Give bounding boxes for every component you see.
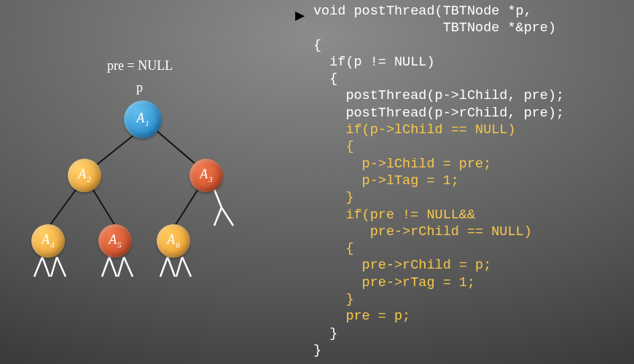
node-letter: A xyxy=(167,232,175,247)
svg-line-8 xyxy=(34,257,42,277)
node-sub: 3 xyxy=(208,175,213,183)
code-line: { xyxy=(313,71,337,87)
svg-line-7 xyxy=(222,207,233,226)
node-sub: 5 xyxy=(117,240,122,249)
svg-line-15 xyxy=(124,257,133,277)
slide-stage: ▶ xyxy=(0,0,634,364)
svg-line-19 xyxy=(182,257,191,277)
p-label: p xyxy=(136,80,143,95)
tree-node-a4: A4 xyxy=(31,224,65,258)
code-line-highlight: if(pre != NULL&& xyxy=(313,207,475,223)
code-line: void postThread(TBTNode *p, xyxy=(313,4,532,19)
code-line-highlight: if(p->lChild == NULL) xyxy=(313,122,516,138)
code-line-highlight: { xyxy=(313,241,354,256)
svg-line-4 xyxy=(175,188,199,226)
node-sub: 1 xyxy=(145,119,149,127)
code-line-highlight: pre->rChild == NULL) xyxy=(313,224,532,240)
code-line-highlight: } xyxy=(313,292,354,307)
code-line: { xyxy=(313,38,321,53)
code-line: postThread(p->lChild, pre); xyxy=(313,88,564,103)
tree-edges xyxy=(22,44,284,306)
tree-node-a5: A5 xyxy=(98,224,132,258)
tree-node-a3: A3 xyxy=(189,159,223,192)
code-line-highlight: } xyxy=(313,190,354,205)
node-letter: A xyxy=(136,111,144,125)
node-sub: 4 xyxy=(50,240,55,249)
svg-line-12 xyxy=(102,257,109,277)
svg-line-9 xyxy=(42,257,50,277)
playhead-cursor-icon: ▶ xyxy=(295,6,305,25)
code-line-highlight: pre->rChild = p; xyxy=(313,258,491,273)
node-sub: 2 xyxy=(87,175,91,183)
svg-line-3 xyxy=(92,188,115,226)
code-line: postThread(p->rChild, pre); xyxy=(313,106,564,121)
code-block: void postThread(TBTNode *p, TBTNode *&pr… xyxy=(313,3,628,360)
node-letter: A xyxy=(200,167,208,181)
code-line: } xyxy=(313,343,321,358)
svg-line-6 xyxy=(214,207,222,226)
pre-label: pre = NULL xyxy=(107,58,173,74)
tree-diagram: pre = NULL p A1 A2 A3 A4 A5 A6 xyxy=(22,44,284,306)
svg-line-5 xyxy=(214,189,222,207)
code-line-highlight: { xyxy=(313,139,354,154)
code-line-highlight: pre->rTag = 1; xyxy=(313,275,475,290)
code-line-highlight: p->lTag = 1; xyxy=(313,173,459,189)
svg-line-16 xyxy=(160,257,168,277)
svg-line-14 xyxy=(118,257,124,277)
tree-node-a6: A6 xyxy=(157,224,190,258)
svg-line-18 xyxy=(176,257,182,277)
code-line: } xyxy=(313,326,337,341)
code-line-highlight: pre = p; xyxy=(313,309,410,324)
svg-line-10 xyxy=(51,257,57,277)
svg-line-2 xyxy=(50,188,77,226)
code-line: TBTNode *&pre) xyxy=(313,20,556,36)
code-line-highlight: p->lChild = pre; xyxy=(313,157,491,172)
node-letter: A xyxy=(109,232,117,247)
node-letter: A xyxy=(78,167,86,181)
tree-node-a1: A1 xyxy=(124,100,162,138)
svg-line-13 xyxy=(109,257,117,277)
node-letter: A xyxy=(42,232,50,247)
code-line: if(p != NULL) xyxy=(313,55,435,70)
svg-line-11 xyxy=(57,257,66,277)
tree-node-a2: A2 xyxy=(68,159,101,192)
svg-line-17 xyxy=(168,257,175,277)
node-sub: 6 xyxy=(176,240,180,249)
